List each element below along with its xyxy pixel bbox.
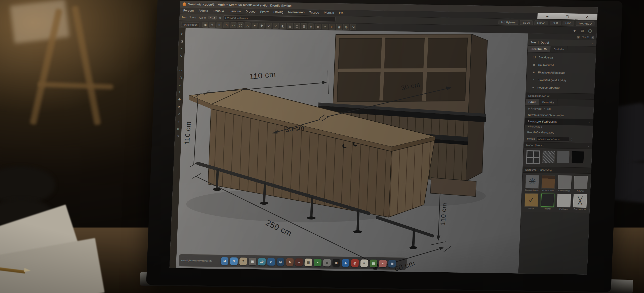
panel-tab[interactable]: Stechtus. Ca bbox=[528, 46, 551, 52]
value-input[interactable] bbox=[537, 137, 570, 142]
tool-icon[interactable]: ▤ bbox=[287, 23, 293, 29]
red-camera-app[interactable]: ◎ bbox=[351, 259, 359, 267]
panel-header-right[interactable]: Dutrel bbox=[541, 41, 549, 44]
toolbar-label[interactable]: Tonto bbox=[189, 16, 196, 19]
filter-label[interactable]: F RRiovore bbox=[528, 107, 542, 110]
figure-app[interactable]: 3 bbox=[230, 257, 238, 265]
menu-item[interactable]: Ftarouua bbox=[229, 9, 241, 13]
outliner-row[interactable]: ■ Rkaehtxnv/bilthobitata bbox=[527, 68, 595, 77]
tool-icon[interactable]: ✎ bbox=[210, 22, 216, 28]
ten-app[interactable]: 10 bbox=[258, 258, 266, 265]
next-page-icon[interactable]: ▣ bbox=[591, 35, 594, 39]
menu-item[interactable]: Drooeo bbox=[246, 10, 256, 13]
view-mode-dropdown[interactable]: orthonittoun bbox=[181, 22, 200, 27]
tool-icon[interactable]: ⊞ bbox=[329, 24, 335, 30]
menu-item[interactable]: Nivenkoizeo bbox=[288, 10, 305, 14]
tool-icon[interactable]: ⇲ bbox=[350, 24, 356, 30]
portrait-app[interactable]: ☻ bbox=[286, 258, 294, 266]
select-tool[interactable]: ➤ bbox=[180, 31, 185, 36]
prev-page-icon[interactable]: ▣ bbox=[577, 35, 580, 39]
menu-item[interactable]: Etonoua bbox=[213, 9, 224, 13]
tool-icon[interactable]: ◫ bbox=[294, 23, 300, 29]
camera-app[interactable]: ▣ bbox=[249, 258, 256, 265]
pink-app[interactable]: ● bbox=[379, 260, 387, 267]
orbit-tool[interactable]: ⟲ bbox=[176, 134, 180, 138]
hand-app[interactable]: ✶ bbox=[360, 259, 368, 267]
stepper-down-icon[interactable]: ▼ bbox=[571, 139, 573, 141]
freehand-tool[interactable]: ∿ bbox=[179, 53, 184, 58]
menu-item[interactable]: Pjorestr bbox=[324, 11, 334, 15]
material-swatch[interactable] bbox=[541, 175, 555, 189]
menu-item[interactable]: Tacuoo bbox=[309, 11, 319, 14]
menu-item[interactable]: Fereem bbox=[183, 9, 194, 12]
menu-item[interactable]: FAfoox bbox=[198, 9, 208, 13]
tool-icon[interactable]: ✚ bbox=[259, 23, 265, 28]
panel-toggle-icon[interactable]: ▤ bbox=[580, 28, 585, 33]
pushpull-tool[interactable]: ⇧ bbox=[177, 90, 182, 94]
tool-icon[interactable]: ▭ bbox=[230, 22, 236, 28]
close-button[interactable]: ✕ bbox=[583, 14, 591, 20]
paint-bucket-tool[interactable]: ◍ bbox=[176, 126, 181, 131]
scale-tool[interactable]: ⤢ bbox=[177, 112, 181, 116]
tool-icon[interactable]: ↻ bbox=[223, 22, 229, 28]
m-app[interactable]: M bbox=[221, 257, 228, 265]
material-swatch[interactable] bbox=[525, 193, 538, 207]
window-grid-swatch[interactable] bbox=[526, 150, 540, 164]
tool-icon[interactable]: △ bbox=[245, 22, 251, 28]
tool-icon[interactable]: ↺ bbox=[216, 22, 222, 28]
tool-icon[interactable]: ➤ bbox=[252, 23, 258, 28]
material-swatch[interactable] bbox=[557, 194, 571, 207]
line-tool[interactable]: ╱ bbox=[179, 46, 184, 51]
command-input[interactable] bbox=[223, 15, 336, 22]
hatch-swatch[interactable] bbox=[542, 151, 555, 163]
circle-tool[interactable]: ◯ bbox=[178, 75, 183, 80]
tool-icon[interactable]: ◧ bbox=[280, 23, 286, 29]
green-sphere-app[interactable]: ● bbox=[314, 259, 321, 266]
tool-icon[interactable]: ◯ bbox=[237, 22, 244, 28]
polygon-tool[interactable]: △ bbox=[178, 83, 182, 87]
panel-toggle-icon[interactable]: ◆ bbox=[572, 28, 577, 33]
water-app[interactable]: ◈ bbox=[342, 259, 349, 267]
filter-badge[interactable]: B8 bbox=[547, 107, 551, 110]
tool-icon[interactable]: ⟳ bbox=[266, 23, 272, 29]
tile-app[interactable]: ▣ bbox=[388, 260, 396, 267]
maroon-app[interactable]: ● bbox=[295, 258, 303, 266]
material-swatch[interactable] bbox=[573, 194, 587, 208]
arc-tool[interactable]: ⌒ bbox=[179, 61, 183, 65]
panel-tab[interactable]: Prow Kite bbox=[539, 99, 557, 106]
dial-app[interactable]: ◉ bbox=[332, 259, 340, 266]
toolbar-button[interactable]: BUR bbox=[550, 21, 561, 25]
material-swatch[interactable] bbox=[574, 176, 588, 189]
tool-icon[interactable]: ✂ bbox=[322, 24, 328, 29]
chevron-down-icon[interactable]: ⌄ bbox=[592, 42, 594, 45]
tool-icon[interactable]: ◉ bbox=[203, 22, 209, 28]
seven-app[interactable]: 7 bbox=[239, 258, 247, 265]
outliner-row[interactable]: ◆ Bouhvvlured bbox=[527, 61, 595, 69]
tool-icon[interactable]: ◍ bbox=[343, 24, 349, 30]
compass-app[interactable]: ➤ bbox=[267, 258, 275, 265]
rotate-tool[interactable]: ⟳ bbox=[177, 104, 182, 109]
menu-item[interactable]: Prvow bbox=[260, 10, 269, 14]
panel-toggle-icon[interactable]: ◯ bbox=[587, 28, 593, 33]
tool-icon[interactable]: ◈ bbox=[308, 23, 314, 29]
menu-item[interactable]: Ftnvaig bbox=[273, 10, 284, 14]
search-app[interactable]: ◎ bbox=[276, 258, 284, 266]
panel-tab[interactable]: Sdule bbox=[525, 99, 539, 105]
material-swatch[interactable] bbox=[525, 175, 539, 189]
gray-sphere-app[interactable]: ◍ bbox=[323, 259, 331, 266]
minimize-button[interactable]: – bbox=[544, 13, 551, 19]
toolbar-label[interactable]: Toane bbox=[198, 16, 206, 19]
move-tool[interactable]: ✚ bbox=[177, 97, 182, 102]
grid-green-app[interactable]: ▦ bbox=[370, 260, 377, 267]
toolbar-button[interactable]: HKO bbox=[562, 21, 574, 26]
stepper[interactable]: ▲ ▼ bbox=[571, 138, 573, 141]
tool-icon[interactable]: ▩ bbox=[315, 24, 321, 29]
tool-icon[interactable]: ⤢ bbox=[273, 23, 279, 29]
eraser-tool[interactable]: ◪ bbox=[179, 39, 184, 43]
toolbar-label[interactable]: Izub bbox=[182, 16, 187, 19]
toolbar-button[interactable]: LE 90 bbox=[520, 20, 533, 25]
panel-header-left[interactable]: Sou bbox=[530, 41, 536, 44]
outliner-row[interactable]: ◔ Elovdstert (aveldf bridg bbox=[526, 76, 595, 85]
clipboard-icon[interactable]: ⧉ bbox=[219, 16, 221, 19]
toolbar-button[interactable]: Ltnnoo bbox=[534, 20, 548, 25]
